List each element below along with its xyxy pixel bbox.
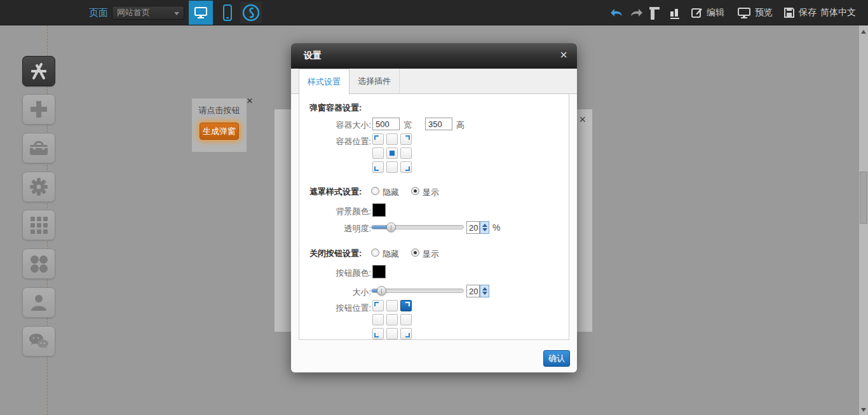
opacity-slider-thumb[interactable]: [386, 222, 396, 232]
btn-pos-bottom-center[interactable]: [386, 328, 398, 339]
mask-show-radio[interactable]: [411, 187, 419, 195]
desktop-view-button[interactable]: [189, 1, 213, 25]
container-position-label: 容器位置:: [304, 136, 371, 147]
mask-section-heading: 遮罩样式设置:: [309, 186, 362, 198]
toolbox-icon: [29, 140, 49, 156]
mask-bg-color-swatch[interactable]: [372, 203, 386, 217]
generate-popup-button[interactable]: 生成弹窗: [200, 123, 239, 140]
grid-icon: [31, 217, 48, 234]
opacity-spinner[interactable]: [480, 221, 489, 234]
pos-top-right[interactable]: [400, 133, 412, 145]
container-section-heading: 弹窗容器设置:: [309, 102, 362, 114]
btn-pos-center[interactable]: [386, 314, 398, 325]
settings-dialog: 设置 × 样式设置 选择插件 弹窗容器设置: 容器大小: 宽 高 容器位置: 遮…: [291, 43, 577, 372]
edit-button[interactable]: 编辑: [691, 0, 724, 25]
btn-pos-mid-right[interactable]: [400, 314, 412, 325]
close-show-radio[interactable]: [411, 248, 419, 257]
corner-tr-icon: [405, 302, 410, 306]
monitor-preview-icon: [737, 7, 751, 19]
corner-tr-icon: [405, 135, 410, 140]
page-label: 页面: [89, 7, 108, 19]
container-height-input[interactable]: [425, 118, 452, 130]
popup-trigger-widget[interactable]: 请点击按钮 生成弹窗: [192, 99, 247, 152]
tab-choose-plugin[interactable]: 选择插件: [349, 69, 400, 94]
widget-close-icon[interactable]: ×: [247, 95, 253, 106]
close-size-slider-thumb[interactable]: [377, 286, 386, 296]
preview-button[interactable]: 预览: [737, 0, 773, 25]
pos-mid-right[interactable]: [400, 147, 412, 159]
close-color-label: 按钮颜色:: [304, 268, 371, 279]
confirm-button[interactable]: 确认: [543, 350, 570, 367]
smartphone-icon: [222, 4, 233, 21]
style-settings-panel: 弹窗容器设置: 容器大小: 宽 高 容器位置: 遮罩样式设置: 隐藏 显示 背景…: [299, 94, 569, 340]
close-size-value-input[interactable]: [466, 285, 480, 297]
close-hide-radio[interactable]: [371, 248, 379, 257]
sidebar-item-settings[interactable]: [22, 172, 55, 202]
btn-pos-mid-left[interactable]: [372, 314, 384, 325]
sidebar-item-wechat[interactable]: [22, 326, 55, 357]
user-icon: [29, 293, 48, 312]
page-dropdown-value: 网站首页: [117, 8, 150, 17]
stats-icon[interactable]: [669, 6, 681, 19]
undo-icon[interactable]: [609, 6, 624, 18]
close-show-label: 显示: [423, 248, 439, 260]
close-size-slider[interactable]: [371, 289, 464, 293]
spin-down-icon: [482, 228, 487, 231]
corner-br-icon: [405, 333, 410, 337]
mobile-view-button[interactable]: [219, 4, 236, 22]
close-position-label: 按钮位置:: [304, 303, 371, 314]
sidebar-item-user[interactable]: [22, 287, 55, 318]
scrollbar-thumb[interactable]: [860, 172, 867, 224]
redo-icon[interactable]: [629, 6, 644, 18]
dialog-header[interactable]: 设置 ×: [291, 43, 577, 69]
container-width-input[interactable]: [372, 118, 400, 130]
sidebar-item-app-design[interactable]: [22, 56, 55, 86]
btn-pos-bottom-right[interactable]: [400, 328, 412, 339]
design-tools-icon: [29, 62, 49, 81]
close-button-section-heading: 关闭按钮设置:: [309, 248, 362, 259]
btn-pos-top-left[interactable]: [372, 300, 384, 311]
btn-pos-top-right-selected[interactable]: [400, 300, 412, 311]
pos-top-left[interactable]: [372, 133, 384, 145]
close-size-spinner[interactable]: [480, 285, 489, 297]
mask-hide-radio[interactable]: [371, 187, 379, 195]
share-link-button[interactable]: [240, 2, 262, 24]
close-color-swatch[interactable]: [372, 265, 386, 278]
mask-bg-color-label: 背景颜色:: [304, 206, 371, 217]
corner-bl-icon: [374, 167, 379, 171]
opacity-value-input[interactable]: [466, 221, 480, 234]
pos-mid-left[interactable]: [372, 147, 384, 159]
corner-tl-icon: [374, 302, 379, 306]
corner-bl-icon: [374, 333, 379, 337]
scroll-up-arrow[interactable]: [861, 30, 866, 34]
spin-up-icon: [482, 287, 487, 290]
dialog-close-icon[interactable]: ×: [560, 48, 567, 61]
opacity-slider[interactable]: [371, 225, 464, 229]
pos-center-selected[interactable]: [386, 147, 398, 159]
pos-bottom-center[interactable]: [386, 161, 398, 173]
page-scrollbar[interactable]: [859, 25, 868, 415]
pos-top-center[interactable]: [386, 133, 398, 145]
tab-style-settings[interactable]: 样式设置: [299, 69, 349, 95]
save-button[interactable]: 保存: [783, 0, 817, 25]
save-floppy-icon: [783, 7, 795, 18]
scroll-down-arrow[interactable]: [861, 408, 866, 412]
sidebar-item-components[interactable]: [22, 248, 55, 279]
opacity-label: 透明度:: [304, 223, 371, 235]
container-position-grid: [372, 133, 412, 173]
btn-pos-top-center[interactable]: [386, 300, 398, 311]
btn-pos-bottom-left[interactable]: [372, 328, 384, 339]
corner-br-icon: [405, 167, 410, 171]
sidebar-item-toolbox[interactable]: [22, 133, 55, 163]
pos-bottom-left[interactable]: [372, 161, 384, 173]
close-position-grid: [372, 300, 412, 339]
dialog-tab-strip: 样式设置 选择插件: [291, 69, 577, 94]
corner-tl-icon: [374, 135, 379, 140]
ruler-icon[interactable]: [649, 6, 661, 20]
language-switcher[interactable]: 简体中文: [820, 7, 856, 18]
pos-bottom-right[interactable]: [400, 161, 412, 173]
popup-close-icon[interactable]: ×: [579, 114, 586, 125]
sidebar-item-add-widget[interactable]: [22, 94, 55, 125]
page-dropdown[interactable]: 网站首页: [112, 6, 184, 20]
sidebar-item-grid-modules[interactable]: [22, 210, 55, 240]
